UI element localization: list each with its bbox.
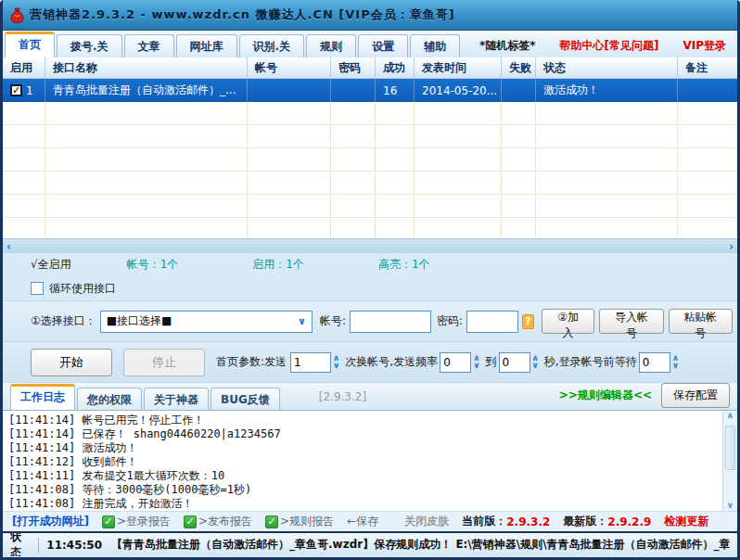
highlight-count: 高亮：1个	[378, 257, 430, 273]
stop-button[interactable]: 停止	[123, 349, 205, 376]
spin-down-icon[interactable]: ∨	[532, 363, 539, 369]
publish-report-checkbox[interactable]: ✓	[184, 515, 197, 528]
rule-report-checkbox[interactable]: ✓	[265, 515, 278, 528]
rule-report-label: >规则报告	[280, 514, 334, 529]
password-input[interactable]	[466, 311, 518, 333]
row-success-cell: 16	[375, 79, 414, 102]
send-count-input[interactable]	[290, 352, 331, 373]
scroll-left-icon[interactable]: ‹	[6, 241, 11, 252]
save-arrow-label: ←保存	[347, 514, 378, 529]
scrollbar-thumb[interactable]	[725, 426, 735, 470]
col-interface-name[interactable]: 接口名称	[45, 57, 247, 78]
control-row: 开始 停止 首页参数:发送 ∧∨ 次换帐号,发送频率 ∧∨ 到 ∧∨ 秒,登录帐…	[3, 342, 737, 383]
moneybag-icon	[10, 7, 24, 23]
tab-article[interactable]: 文章	[124, 34, 174, 57]
tab-about[interactable]: 关于神器	[144, 388, 209, 410]
tab-settings[interactable]: 设置	[358, 34, 408, 57]
tab-bug-feedback[interactable]: BUG反馈	[211, 388, 280, 410]
logtabs-right: >>规则编辑器<< 保存配置	[559, 383, 730, 410]
scroll-down-icon[interactable]: ∨	[727, 502, 734, 510]
table-horizontal-scrollbar[interactable]: ‹ ›	[3, 238, 737, 253]
current-version-label: 当前版：	[462, 514, 506, 529]
col-fail[interactable]: 失败	[501, 57, 535, 78]
rule-report-option[interactable]: ✓ >规则报告	[265, 514, 334, 529]
open-success-url-link[interactable]: [打开成功网址]	[12, 514, 89, 529]
tab-permissions[interactable]: 您的权限	[77, 388, 142, 410]
frequency-to-input[interactable]	[499, 352, 530, 373]
check-update-link[interactable]: 检测更新	[664, 514, 708, 529]
login-report-checkbox[interactable]: ✓	[102, 515, 115, 528]
frequency-to-stepper[interactable]: ∧∨	[532, 355, 539, 368]
table-gridline	[535, 102, 536, 238]
wait-stepper[interactable]: ∧∨	[672, 355, 679, 368]
options-bar: [打开成功网址] ✓ >登录报告 ✓ >发布报告 ✓ >规则报告 ←保存 关闭皮…	[3, 511, 737, 531]
all-enable-toggle[interactable]: √全启用	[31, 257, 71, 273]
table-row[interactable]: ✓ 1 青青岛批量注册（自动激活邮件）_... 16 2014-05-20...…	[3, 79, 737, 102]
col-password[interactable]: 密码	[330, 57, 375, 78]
tab-assist[interactable]: 辅助	[410, 34, 460, 57]
start-button[interactable]: 开始	[31, 349, 112, 376]
latest-version: 最新版： 2.9.2.9	[563, 514, 651, 529]
account-input[interactable]	[350, 311, 431, 333]
row-password-cell	[330, 79, 375, 102]
col-enable[interactable]: 启用	[3, 57, 45, 78]
row-status-cell: 激活成功！	[535, 79, 677, 102]
table-gridline	[330, 102, 331, 238]
title-bar[interactable]: 营销神器2.9.3.2 - www.wzdr.cn 微赚达人.CN [VIP会员…	[3, 0, 737, 31]
help-icon[interactable]: ?	[522, 314, 534, 329]
table-gridline	[375, 102, 376, 238]
to-label: 到	[486, 354, 497, 370]
row-remark-cell	[677, 79, 737, 102]
login-report-option[interactable]: ✓ >登录报告	[102, 514, 171, 529]
frequency-stepper[interactable]: ∧∨	[473, 355, 479, 368]
help-center-link[interactable]: 帮助中心[常见问题]	[559, 38, 658, 54]
send-count-stepper[interactable]: ∧∨	[333, 355, 339, 368]
spin-down-icon[interactable]: ∨	[672, 363, 679, 369]
spin-down-icon[interactable]: ∨	[333, 363, 339, 369]
row-fail-cell	[501, 79, 535, 102]
log-vertical-scrollbar[interactable]: ∧ ∨	[722, 411, 737, 511]
summary-row: √全启用 帐号：1个 启用：1个 高亮：1个	[3, 253, 737, 276]
publish-report-option[interactable]: ✓ >发布报告	[184, 514, 252, 529]
col-success[interactable]: 成功	[375, 57, 414, 78]
wait-input[interactable]	[639, 352, 670, 373]
tab-recognition[interactable]: 识别.关	[239, 34, 305, 57]
col-status[interactable]: 状态	[535, 57, 677, 78]
frequency-input[interactable]	[440, 352, 471, 373]
rule-editor-link[interactable]: >>规则编辑器<<	[559, 388, 652, 403]
paste-accounts-button[interactable]: 粘贴帐号	[669, 309, 733, 334]
interface-select-dropdown[interactable]: ■接口选择■ ∨	[100, 311, 313, 333]
tab-home[interactable]: 首页	[5, 32, 55, 57]
loop-interface-checkbox[interactable]	[31, 282, 44, 295]
log-area: [11:41:14] 帐号已用完！停止工作！ [11:41:14] 已保存！ s…	[3, 410, 737, 511]
random-tag-link[interactable]: *随机标签*	[479, 38, 536, 54]
col-publish-time[interactable]: 发表时间	[414, 57, 501, 78]
status-bar: 状态 11:45:50 【青青岛批量注册（自动激活邮件）_章鱼哥.wzdr】保存…	[3, 531, 737, 556]
import-accounts-button[interactable]: 导入帐号	[599, 309, 663, 334]
log-lines[interactable]: [11:41:14] 帐号已用完！停止工作！ [11:41:14] 已保存！ s…	[3, 411, 722, 511]
col-remark[interactable]: 备注	[677, 57, 737, 78]
tab-work-log[interactable]: 工作日志	[10, 384, 75, 410]
log-line: [11:41:14] 激活成功！	[8, 441, 717, 455]
table-gridline	[414, 102, 415, 238]
row-enable-cell[interactable]: ✓ 1	[3, 79, 45, 102]
latest-version-value: 2.9.2.9	[607, 515, 651, 528]
close-skin-link[interactable]: 关闭皮肤	[404, 514, 449, 529]
tab-dial[interactable]: 拨号.关	[57, 34, 122, 57]
spin-down-icon[interactable]: ∨	[473, 363, 479, 369]
main-tab-bar: 首页 拨号.关 文章 网址库 识别.关 规则 设置 辅助 *随机标签* 帮助中心…	[3, 31, 737, 57]
scroll-up-icon[interactable]: ∧	[727, 412, 734, 420]
status-time: 11:45:50	[46, 539, 102, 552]
loop-interface-label: 循环使用接口	[49, 281, 116, 297]
join-button[interactable]: ②加入	[542, 309, 594, 334]
scroll-right-icon[interactable]: ›	[729, 241, 734, 252]
save-config-button[interactable]: 保存配置	[661, 383, 730, 408]
row-publish-time-cell: 2014-05-20...	[414, 79, 501, 102]
col-account[interactable]: 帐号	[247, 57, 330, 78]
status-message: 【青青岛批量注册（自动激活邮件）_章鱼哥.wzdr】保存规则成功！ E:\营销神…	[111, 537, 730, 553]
row-enable-checkbox[interactable]: ✓	[10, 84, 22, 96]
tab-rules[interactable]: 规则	[306, 34, 356, 57]
account-label: 帐号:	[320, 313, 346, 329]
tab-url-library[interactable]: 网址库	[176, 34, 237, 57]
vip-login-link[interactable]: VIP登录	[683, 38, 726, 54]
